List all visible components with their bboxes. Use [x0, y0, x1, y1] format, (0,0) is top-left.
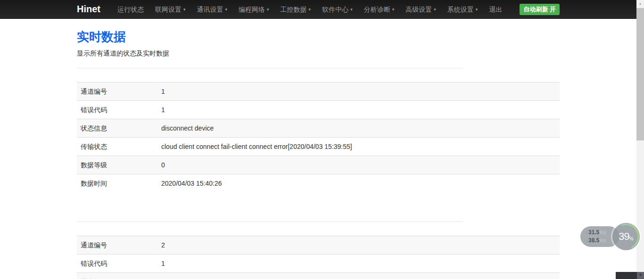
nav-item-label: 运行状态 [117, 0, 144, 19]
upload-speed-value: 31.5 [588, 229, 599, 237]
download-speed-value: 38.5 [588, 237, 599, 245]
table-row: 传输状态 cloud client connect fail-client co… [77, 138, 560, 156]
chevron-down-icon: ▾ [434, 0, 436, 19]
table-row: 状态信息 disconnect device [77, 119, 560, 138]
percent-circle-button[interactable]: 39 % [612, 223, 640, 250]
upload-arrow-icon: ↑ [586, 229, 588, 237]
field-label: 数据等级 [77, 156, 157, 174]
field-value: 0 [157, 156, 560, 174]
nav-item-label: 系统设置 [447, 0, 474, 19]
table-row: 通道编号 1 [77, 82, 560, 101]
nav-item-programming-network[interactable]: 编程网络 ▾ [233, 0, 275, 19]
nav-item-analysis-diagnosis[interactable]: 分析诊断 ▾ [358, 0, 400, 19]
channel-1-table: 通道编号 1 错误代码 1 状态信息 disconnect device 传输状… [77, 82, 560, 192]
channel-2-table: 通道编号 2 错误代码 1 状态信息 disconnect device [77, 236, 560, 279]
nav-item-label: 联网设置 [155, 0, 182, 19]
chevron-down-icon: ▾ [267, 0, 269, 19]
scroll-up-arrow-icon[interactable]: ▲ [636, 0, 644, 8]
field-value: disconnect device [157, 273, 560, 279]
nav-item-network-settings[interactable]: 联网设置 ▾ [149, 0, 191, 19]
field-value: disconnect device [157, 119, 560, 138]
corner-collapsed-panel[interactable]: ▼ [616, 272, 644, 279]
field-label: 状态信息 [77, 119, 157, 138]
field-label: 错误代码 [77, 101, 157, 119]
field-label: 数据时间 [77, 174, 157, 193]
chevron-down-icon: ▾ [225, 0, 228, 19]
nav-item-industrial-data[interactable]: 工控数据 ▾ [275, 0, 317, 19]
table-row: 状态信息 disconnect device [77, 273, 560, 279]
field-value: 1 [157, 101, 560, 119]
main-content: 实时数据 显示所有通道的状态及实时数据 通道编号 1 错误代码 1 状态信息 d… [77, 29, 560, 279]
chevron-down-icon: ▾ [309, 0, 311, 19]
nav-item-label: 工控数据 [281, 0, 307, 19]
nav-item-system-settings[interactable]: 系统设置 ▾ [442, 0, 484, 19]
field-label: 传输状态 [77, 138, 157, 156]
field-value: cloud client connect fail-client connect… [157, 138, 560, 156]
percent-symbol: % [629, 236, 634, 241]
chevron-down-icon: ▾ [350, 0, 353, 19]
nav-item-advanced-settings[interactable]: 高级设置 ▾ [400, 0, 442, 19]
field-value: 2 [157, 236, 560, 254]
field-label: 通道编号 [77, 82, 157, 101]
auto-refresh-toggle-badge[interactable]: 自动刷新 开 [520, 4, 560, 15]
nav-item-label: 软件中心 [322, 0, 348, 19]
top-navbar: Hinet 运行状态 联网设置 ▾ 通讯设置 ▾ 编程网络 ▾ 工控数据 ▾ 软… [0, 0, 636, 19]
percent-text: 39 % [612, 223, 640, 250]
chevron-down-icon: ▾ [476, 0, 478, 19]
field-label: 错误代码 [77, 254, 157, 273]
network-speed-widget[interactable]: ↑ 31.5 K/s ↓ 38.5 K/s 39 % [612, 223, 640, 250]
field-value: 1 [157, 254, 560, 273]
divider [77, 68, 463, 68]
table-row: 错误代码 1 [77, 254, 560, 273]
nav-item-label: 退出 [489, 0, 502, 19]
nav-item-label: 高级设置 [405, 0, 432, 19]
table-row: 错误代码 1 [77, 101, 560, 119]
nav-item-comm-settings[interactable]: 通讯设置 ▾ [191, 0, 233, 19]
table-row: 通道编号 2 [77, 236, 560, 254]
download-speed-unit: K/s [599, 237, 606, 245]
field-label: 通道编号 [77, 236, 157, 254]
chevron-down-icon: ▾ [392, 0, 395, 19]
nav-item-run-status[interactable]: 运行状态 [112, 0, 149, 19]
field-label: 状态信息 [77, 273, 157, 279]
table-row: 数据时间 2020/04/03 15:40:26 [77, 174, 560, 193]
brand-logo[interactable]: Hinet [77, 4, 100, 15]
divider [77, 222, 463, 222]
page-subtitle: 显示所有通道的状态及实时数据 [77, 49, 560, 58]
nav-item-label: 通讯设置 [197, 0, 223, 19]
nav-item-label: 编程网络 [239, 0, 265, 19]
chevron-down-icon: ▾ [183, 0, 186, 19]
nav-item-logout[interactable]: 退出 [483, 0, 508, 19]
table-row: 数据等级 0 [77, 156, 560, 174]
download-arrow-icon: ↓ [586, 237, 588, 245]
page-title: 实时数据 [77, 29, 560, 45]
nav-item-label: 分析诊断 [364, 0, 390, 19]
upload-speed-unit: K/s [599, 229, 606, 237]
scrollbar-thumb[interactable] [636, 8, 644, 140]
field-value: 2020/04/03 15:40:26 [157, 174, 560, 193]
nav-item-software-center[interactable]: 软件中心 ▾ [316, 0, 358, 19]
chevron-down-icon[interactable]: ▼ [637, 272, 644, 279]
field-value: 1 [157, 82, 560, 101]
percent-value: 39 [619, 230, 629, 243]
